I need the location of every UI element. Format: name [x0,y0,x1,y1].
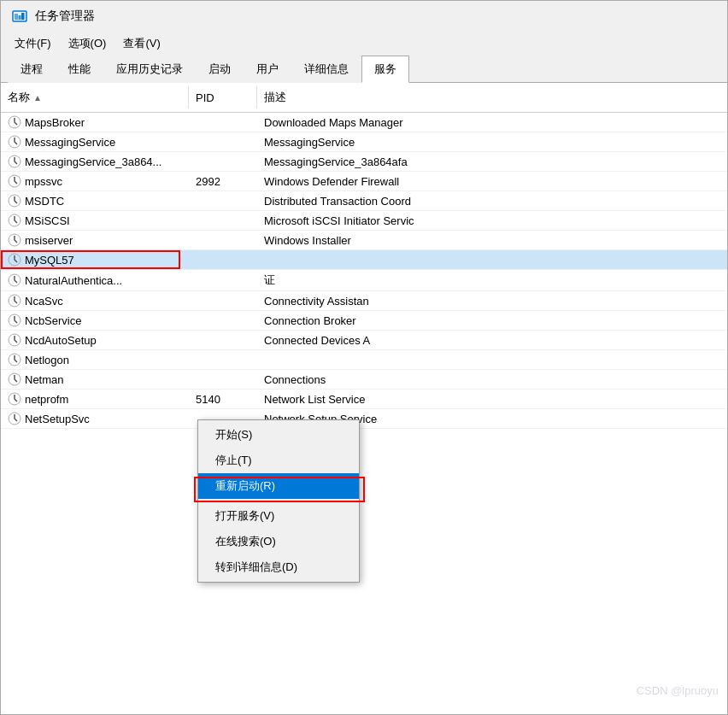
svg-rect-1 [15,14,18,20]
cell-name: Netman [1,370,189,389]
service-icon [8,412,21,425]
cell-name: MapsBroker [1,113,189,132]
task-manager-window: 任务管理器 文件(F) 选项(O) 查看(V) 进程 性能 应用历史记录 启动 … [0,0,728,715]
table-row[interactable]: NaturalAuthentica... 证 [1,270,727,291]
cell-pid [189,211,257,230]
table-row[interactable]: MapsBroker Downloaded Maps Manager [1,113,727,132]
table-row[interactable]: MSiSCSI Microsoft iSCSI Initiator Servic [1,211,727,231]
cell-name: MessagingService_3a864... [1,152,189,171]
title-bar: 任务管理器 [1,1,727,32]
cell-pid [189,270,257,290]
table-row[interactable]: msiserver Windows Installer [1,231,727,250]
table-row[interactable]: NcdAutoSetup Connected Devices A [1,331,727,350]
cell-name: mpssvc [1,172,189,190]
service-icon [8,174,21,188]
tab-processes[interactable]: 进程 [8,56,56,83]
services-content: 名称 ▲ PID 描述 MapsBroker [1,83,727,714]
table-row[interactable]: mpssvc 2992 Windows Defender Firewall [1,172,727,191]
cell-name: NaturalAuthentica... [1,270,189,290]
cell-desc: Connection Broker [257,311,727,330]
service-icon [8,233,21,247]
cell-name: NcbService [1,311,189,330]
cell-desc: Downloaded Maps Manager [257,113,727,132]
table-row[interactable]: Netman Connections [1,370,727,390]
table-row[interactable]: Netlogon [1,350,727,370]
cell-pid [189,291,257,310]
table-row[interactable]: netprofm 5140 Network List Service [1,390,727,409]
cell-pid [189,250,257,269]
tab-users[interactable]: 用户 [244,56,291,83]
table-row[interactable]: NcaSvc Connectivity Assistan [1,291,727,311]
table-row[interactable]: MessagingService MessagingService [1,132,727,152]
cell-desc: 证 [257,270,727,290]
service-icon [8,273,21,287]
cell-pid [189,231,257,249]
service-icon [8,115,21,129]
table-header: 名称 ▲ PID 描述 [1,83,727,113]
cell-pid [189,370,257,389]
context-menu-stop[interactable]: 停止(T) [198,448,359,473]
menu-file[interactable]: 文件(F) [8,33,58,54]
cell-desc: Microsoft iSCSI Initiator Servic [257,211,727,230]
cell-desc: Windows Installer [257,231,727,249]
menu-bar: 文件(F) 选项(O) 查看(V) [1,32,727,56]
context-menu-separator [198,501,359,501]
context-menu-restart[interactable]: 重新启动(R) [198,473,359,499]
context-menu-open-services[interactable]: 打开服务(V) [198,503,359,529]
cell-desc: Connected Devices A [257,331,727,349]
cell-pid: 5140 [189,390,257,408]
cell-pid [189,331,257,349]
cell-desc: Distributed Transaction Coord [257,191,727,210]
service-icon [8,194,21,208]
context-menu-search-online[interactable]: 在线搜索(O) [198,529,359,554]
tab-services[interactable]: 服务 [361,56,409,83]
cell-pid [189,191,257,210]
cell-desc: MessagingService_3a864afa [257,152,727,171]
cell-desc: Network List Service [257,390,727,408]
menu-options[interactable]: 选项(O) [62,33,114,54]
cell-desc: Connectivity Assistan [257,291,727,310]
service-icon [8,294,21,308]
cell-name: MySQL57 [1,250,189,269]
window-title: 任务管理器 [35,9,95,24]
cell-name: Netlogon [1,350,189,369]
service-icon [8,253,21,267]
cell-pid [189,113,257,132]
table-row[interactable]: MSDTC Distributed Transaction Coord [1,191,727,211]
tab-app-history[interactable]: 应用历史记录 [103,56,196,83]
table-row[interactable]: MessagingService_3a864... MessagingServi… [1,152,727,172]
table-row[interactable]: NetSetupSvc Network Setup Service [1,409,727,429]
table-row-mysql57[interactable]: MySQL57 [1,250,727,270]
cell-name: NcaSvc [1,291,189,310]
cell-name: NetSetupSvc [1,409,189,428]
cell-desc: Connections [257,370,727,389]
cell-name: MSDTC [1,191,189,210]
context-menu-start[interactable]: 开始(S) [198,422,359,448]
context-menu: 开始(S) 停止(T) 重新启动(R) 打开服务(V) 在线搜索(O) 转到详细… [197,419,360,583]
tab-details[interactable]: 详细信息 [291,56,361,83]
col-header-desc[interactable]: 描述 [257,86,727,108]
cell-pid: 2992 [189,172,257,190]
cell-name: NcdAutoSetup [1,331,189,349]
tab-performance[interactable]: 性能 [56,56,103,83]
context-menu-goto-details[interactable]: 转到详细信息(D) [198,554,359,580]
service-icon [8,353,21,366]
service-icon [8,155,21,168]
table-row[interactable]: NcbService Connection Broker [1,311,727,331]
cell-name: netprofm [1,390,189,408]
service-icon [8,392,21,406]
cell-desc: MessagingService [257,132,727,151]
cell-pid [189,350,257,369]
service-icon [8,314,21,327]
tab-startup[interactable]: 启动 [196,56,244,83]
table-body: MapsBroker Downloaded Maps Manager Messa… [1,113,727,714]
cell-name: MessagingService [1,132,189,151]
svg-rect-3 [21,13,25,20]
col-header-pid[interactable]: PID [189,86,257,108]
col-header-name[interactable]: 名称 ▲ [1,86,189,108]
cell-pid [189,132,257,151]
service-icon [8,372,21,386]
service-icon [8,214,21,227]
tabs-bar: 进程 性能 应用历史记录 启动 用户 详细信息 服务 [1,56,727,83]
menu-view[interactable]: 查看(V) [116,33,167,54]
